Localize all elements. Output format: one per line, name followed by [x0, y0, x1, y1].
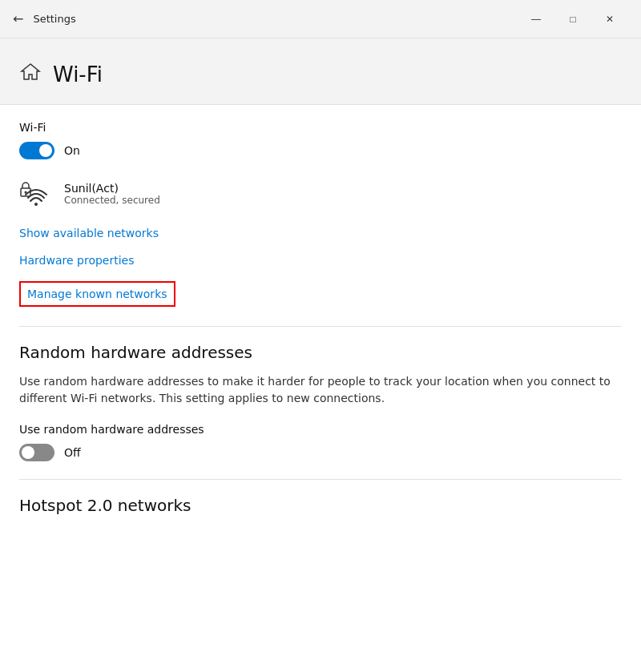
- minimize-icon: —: [531, 14, 541, 25]
- network-text: Sunil(Act) Connected, secured: [64, 182, 160, 206]
- show-networks-link[interactable]: Show available networks: [19, 227, 622, 239]
- maximize-button[interactable]: □: [554, 6, 591, 32]
- svg-point-2: [34, 203, 38, 206]
- wifi-section-label: Wi-Fi: [19, 121, 622, 134]
- random-hardware-toggle-row: Off: [19, 444, 622, 461]
- hardware-properties-link[interactable]: Hardware properties: [19, 254, 622, 267]
- back-icon: ←: [13, 11, 23, 26]
- wifi-toggle-label: On: [64, 144, 80, 157]
- random-hardware-description: Use random hardware addresses to make it…: [19, 373, 622, 407]
- wifi-toggle[interactable]: [19, 142, 54, 159]
- title-bar: ← Settings — □ ✕: [0, 0, 641, 38]
- close-button[interactable]: ✕: [591, 6, 628, 32]
- network-status: Connected, secured: [64, 195, 160, 206]
- window-controls: — □ ✕: [518, 6, 628, 32]
- page-header: Wi-Fi: [0, 38, 641, 105]
- random-hardware-heading: Random hardware addresses: [19, 343, 622, 362]
- network-info: Sunil(Act) Connected, secured: [19, 177, 622, 211]
- content-area: Wi-Fi On Sunil(Act) Connected: [0, 105, 641, 672]
- manage-networks-container: Manage known networks: [19, 281, 175, 307]
- wifi-page-icon: [19, 61, 42, 88]
- random-hardware-toggle-label: Use random hardware addresses: [19, 423, 622, 436]
- manage-networks-link[interactable]: Manage known networks: [27, 288, 167, 300]
- close-icon: ✕: [606, 14, 614, 25]
- random-hardware-toggle-value: Off: [64, 446, 81, 459]
- random-hardware-toggle-slider: [19, 444, 54, 461]
- window-title: Settings: [33, 13, 75, 25]
- page-title: Wi-Fi: [53, 62, 103, 87]
- random-hardware-toggle[interactable]: [19, 444, 54, 461]
- hotspot-heading: Hotspot 2.0 networks: [19, 496, 622, 515]
- wifi-signal-icon: [19, 177, 53, 211]
- section-divider: [19, 326, 622, 327]
- wifi-toggle-slider: [19, 142, 54, 159]
- network-name: Sunil(Act): [64, 182, 160, 195]
- section-divider-2: [19, 479, 622, 480]
- minimize-button[interactable]: —: [518, 6, 554, 32]
- wifi-toggle-row: On: [19, 142, 622, 159]
- maximize-icon: □: [570, 14, 575, 25]
- back-button[interactable]: ←: [13, 11, 23, 26]
